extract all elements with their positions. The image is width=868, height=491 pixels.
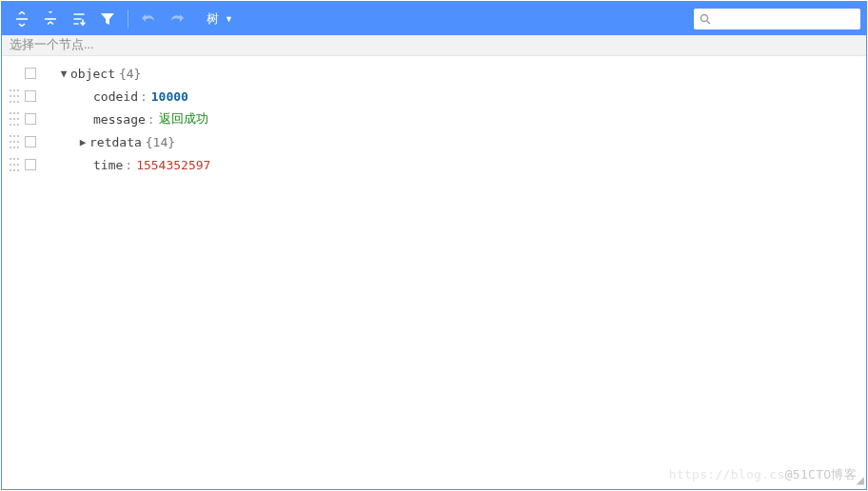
sort-button[interactable] [67,7,91,31]
toggle-icon[interactable]: ▼ [57,68,70,80]
json-tree: ▼ object {4} codeid : 10000 message : 返回… [2,56,866,489]
node-selector-bar[interactable]: 选择一个节点... [2,35,866,56]
node-key: time [93,158,123,172]
svg-point-5 [700,14,707,21]
node-menu-icon[interactable] [25,159,36,170]
node-key: message [93,112,146,127]
node-value: 1554352597 [136,158,210,172]
toolbar: /*noop*/ 树 ▼ [2,2,866,35]
node-value: 10000 [151,89,188,104]
collapse-all-button[interactable] [38,7,63,31]
node-menu-icon[interactable] [25,68,36,79]
search-icon [700,13,711,25]
drag-handle-icon[interactable] [10,112,19,126]
watermark: https://blog.cs@51CTO博客 [669,466,857,483]
node-count: {4} [115,67,141,81]
node-value: 返回成功 [159,110,208,128]
view-mode-dropdown[interactable]: 树 ▼ [207,10,233,28]
drag-handle-icon[interactable] [10,89,19,103]
svg-line-6 [707,21,710,24]
tree-row[interactable]: codeid : 10000 [2,85,866,108]
node-menu-icon[interactable] [25,136,36,147]
undo-button[interactable] [136,7,161,31]
redo-button[interactable] [165,7,189,31]
tree-row[interactable]: time : 1554352597 [2,153,866,176]
drag-handle-icon[interactable] [10,135,19,148]
json-viewer-app: /*noop*/ 树 ▼ 选择一个节点... [1,1,867,490]
node-key: object [70,67,115,81]
toggle-icon[interactable]: ▶ [76,136,89,148]
toolbar-separator [128,10,128,29]
filter-button[interactable] [95,7,120,31]
resize-grip-icon: ◢ [857,472,864,487]
view-mode-label: 树 [207,10,219,28]
drag-handle-icon[interactable] [10,158,19,171]
node-selector-placeholder: 选择一个节点... [10,37,93,53]
tree-row-root[interactable]: ▼ object {4} [2,62,866,85]
expand-all-button[interactable] [10,7,34,31]
node-key: codeid [93,89,138,104]
tree-row[interactable]: ▶ retdata {14} [2,130,866,153]
chevron-down-icon: ▼ [225,14,233,24]
node-menu-icon[interactable] [25,90,36,102]
node-menu-icon[interactable] [25,113,36,125]
tree-row[interactable]: message : 返回成功 [2,108,866,130]
search-input[interactable] [717,12,855,26]
node-count: {14} [142,135,175,149]
search-box[interactable] [694,9,860,29]
node-key: retdata [89,135,142,149]
